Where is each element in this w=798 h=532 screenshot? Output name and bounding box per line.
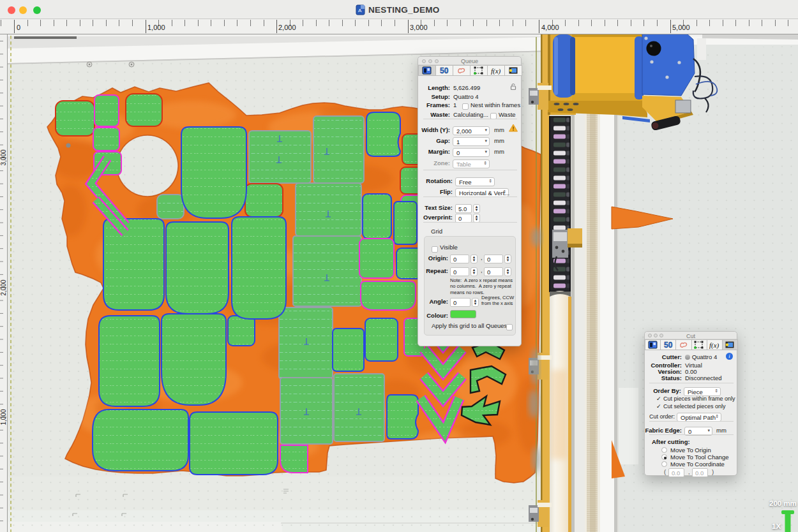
svg-text:50: 50	[664, 341, 673, 349]
svg-text:50: 50	[440, 66, 449, 75]
svg-text:f(x): f(x)	[491, 67, 501, 75]
svg-text:3,000: 3,000	[410, 24, 428, 31]
svg-text:4,000: 4,000	[541, 24, 559, 31]
svg-text:3,000: 3,000	[0, 149, 7, 165]
svg-text:f(x): f(x)	[709, 341, 719, 350]
svg-text:0: 0	[17, 24, 20, 31]
svg-text:A: A	[358, 8, 362, 13]
svg-text:1,000: 1,000	[0, 409, 7, 425]
svg-text:2,000: 2,000	[0, 279, 7, 295]
svg-text:2,000: 2,000	[278, 24, 296, 31]
svg-text:5,000: 5,000	[672, 24, 690, 31]
svg-text:1,000: 1,000	[147, 24, 165, 31]
